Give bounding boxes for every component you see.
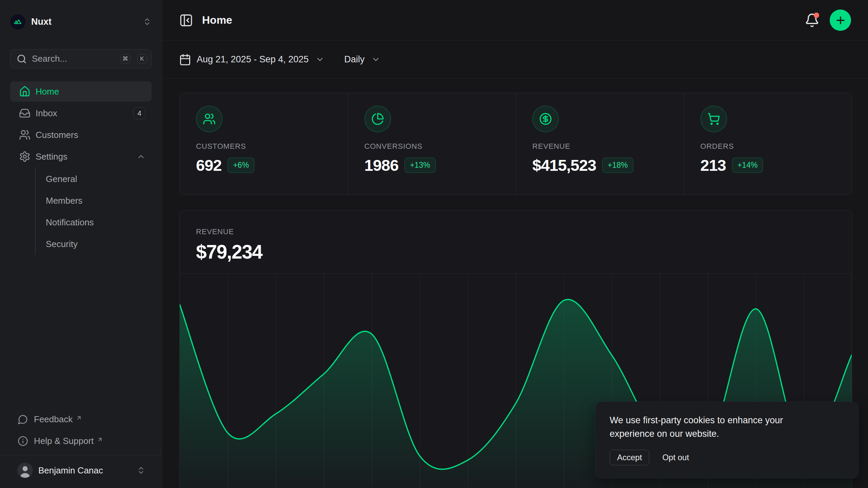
granularity-select[interactable]: Daily bbox=[344, 54, 380, 65]
stats-panel: CUSTOMERS692+6%CONVERSIONS1986+13%REVENU… bbox=[179, 93, 852, 195]
opt-out-button[interactable]: Opt out bbox=[662, 453, 689, 462]
nuxt-logo bbox=[10, 14, 25, 29]
chevron-down-icon bbox=[371, 55, 380, 64]
chevrons-up-down-icon bbox=[143, 17, 152, 26]
info-circle-icon bbox=[18, 436, 28, 446]
collapse-sidebar-icon[interactable] bbox=[179, 13, 193, 27]
search-input[interactable]: Search... ⌘ K bbox=[10, 49, 152, 68]
stat-delta-badge: +14% bbox=[732, 158, 763, 173]
sidebar-item-label: Customers bbox=[36, 130, 78, 140]
sidebar-footer: FeedbackHelp & Support bbox=[10, 410, 152, 450]
avatar bbox=[18, 463, 33, 478]
stat-value: 213 bbox=[701, 156, 726, 175]
users-icon bbox=[19, 129, 31, 141]
cookie-message: We use first-party cookies to enhance yo… bbox=[610, 414, 808, 441]
home-icon bbox=[19, 86, 31, 97]
sidebar-link-label: Feedback bbox=[34, 414, 73, 425]
sidebar-subitem-notifications[interactable]: Notifications bbox=[36, 211, 152, 233]
notifications-bell-icon[interactable] bbox=[805, 13, 820, 28]
stat-label: CUSTOMERS bbox=[196, 142, 340, 151]
user-menu[interactable]: Benjamin Canac bbox=[10, 455, 152, 488]
kbd-cmd: ⌘ bbox=[120, 54, 130, 64]
inbox-count-badge: 4 bbox=[133, 107, 145, 119]
sidebar-subitem-security[interactable]: Security bbox=[36, 233, 152, 255]
revenue-chart-header: REVENUE $79,234 bbox=[180, 210, 852, 263]
external-link-icon bbox=[97, 434, 103, 441]
external-link-icon bbox=[76, 413, 82, 419]
chevrons-up-down-icon bbox=[137, 466, 145, 475]
workspace-switcher[interactable]: Nuxt bbox=[10, 11, 152, 33]
sidebar-subnav: GeneralMembersNotificationsSecurity bbox=[35, 168, 152, 255]
stat-value: $415,523 bbox=[532, 156, 596, 175]
sidebar-item-label: Settings bbox=[36, 151, 67, 162]
sidebar-item-customers[interactable]: Customers bbox=[10, 125, 152, 145]
search-placeholder: Search... bbox=[32, 54, 113, 64]
date-range-label: Aug 21, 2025 - Sep 4, 2025 bbox=[197, 54, 309, 65]
sidebar-link-help-support[interactable]: Help & Support bbox=[10, 431, 152, 450]
sidebar-nav: HomeInbox4CustomersSettingsGeneralMember… bbox=[10, 81, 152, 255]
stat-card-conversions[interactable]: CONVERSIONS1986+13% bbox=[348, 93, 516, 195]
stat-label: ORDERS bbox=[701, 142, 844, 151]
add-button[interactable] bbox=[830, 9, 851, 31]
chevron-up-icon bbox=[137, 152, 145, 161]
filters-toolbar: Aug 21, 2025 - Sep 4, 2025 Daily bbox=[162, 41, 868, 79]
gear-icon bbox=[19, 151, 31, 162]
shopping-cart-icon bbox=[701, 106, 727, 132]
sidebar-item-home[interactable]: Home bbox=[10, 81, 152, 102]
notification-dot bbox=[814, 13, 819, 18]
sidebar-item-label: Inbox bbox=[36, 108, 57, 119]
users-icon bbox=[196, 106, 222, 132]
kbd-k: K bbox=[137, 54, 147, 64]
sidebar: Nuxt Search... ⌘ K HomeInbox4CustomersSe… bbox=[0, 0, 162, 488]
stat-card-orders[interactable]: ORDERS213+14% bbox=[684, 93, 852, 195]
granularity-label: Daily bbox=[344, 54, 364, 65]
chevron-down-icon bbox=[315, 55, 324, 64]
date-range-picker[interactable]: Aug 21, 2025 - Sep 4, 2025 bbox=[179, 54, 324, 66]
stat-delta-badge: +6% bbox=[228, 158, 254, 173]
sidebar-link-feedback[interactable]: Feedback bbox=[10, 410, 152, 429]
stat-label: CONVERSIONS bbox=[364, 142, 508, 151]
chat-bubble-icon bbox=[18, 414, 28, 425]
sidebar-subitem-members[interactable]: Members bbox=[36, 190, 152, 211]
revenue-chart-label: REVENUE bbox=[196, 227, 835, 236]
dollar-circle-icon bbox=[532, 106, 559, 132]
cookie-actions: Accept Opt out bbox=[610, 450, 844, 465]
workspace-name: Nuxt bbox=[31, 17, 52, 27]
stat-card-customers[interactable]: CUSTOMERS692+6% bbox=[180, 93, 348, 195]
stat-label: REVENUE bbox=[532, 142, 676, 151]
stat-delta-badge: +18% bbox=[602, 158, 633, 173]
page-header: Home bbox=[162, 0, 868, 41]
header-actions bbox=[805, 9, 851, 31]
accept-button[interactable]: Accept bbox=[610, 450, 649, 465]
page-title: Home bbox=[202, 14, 232, 26]
sidebar-item-inbox[interactable]: Inbox4 bbox=[10, 103, 152, 123]
revenue-chart-value: $79,234 bbox=[196, 241, 835, 263]
stat-value: 1986 bbox=[364, 156, 399, 175]
inbox-icon bbox=[19, 107, 31, 119]
search-icon bbox=[17, 54, 27, 64]
stat-delta-badge: +13% bbox=[405, 158, 435, 173]
sidebar-item-label: Home bbox=[36, 86, 59, 97]
user-name: Benjamin Canac bbox=[38, 465, 103, 476]
sidebar-item-settings[interactable]: Settings bbox=[10, 146, 152, 167]
sidebar-subitem-general[interactable]: General bbox=[36, 168, 152, 190]
app-window: Nuxt Search... ⌘ K HomeInbox4CustomersSe… bbox=[0, 0, 868, 488]
sidebar-link-label: Help & Support bbox=[34, 436, 94, 446]
stat-card-revenue[interactable]: REVENUE$415,523+18% bbox=[516, 93, 684, 195]
pie-chart-icon bbox=[364, 106, 391, 132]
cookie-banner: We use first-party cookies to enhance yo… bbox=[595, 402, 859, 478]
stat-value: 692 bbox=[196, 156, 221, 175]
calendar-icon bbox=[179, 54, 191, 66]
